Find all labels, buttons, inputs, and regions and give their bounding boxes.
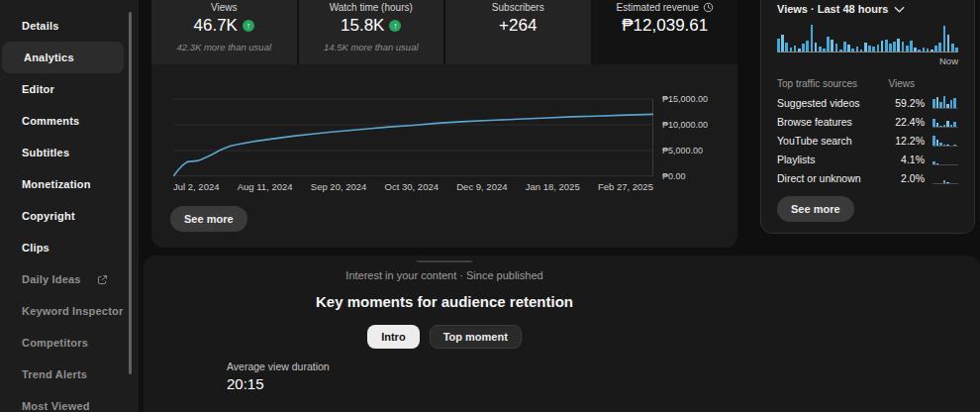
sidebar-item-copyright[interactable]: Copyright xyxy=(0,200,124,232)
metric-value: +264 xyxy=(499,16,537,36)
realtime-bar xyxy=(831,40,833,52)
sidebar-item-monetization[interactable]: Monetization xyxy=(0,168,124,200)
interest-subtitle: Interest in your content · Since publish… xyxy=(151,269,737,281)
traffic-views-column-header: Views xyxy=(889,78,916,89)
sparkline-bar xyxy=(946,104,949,108)
traffic-source-row-suggested-videos[interactable]: Suggested videos59.2% xyxy=(777,93,958,112)
traffic-source-sparkline xyxy=(932,171,958,184)
realtime-bar-chart xyxy=(777,24,958,52)
sparkline-bar xyxy=(936,140,939,146)
sidebar-item-details[interactable]: Details xyxy=(0,10,124,42)
traffic-source-row-youtube-search[interactable]: YouTube search12.2% xyxy=(777,131,958,150)
realtime-bar xyxy=(790,48,793,52)
realtime-bar xyxy=(889,44,892,52)
sidebar-item-editor[interactable]: Editor xyxy=(0,73,124,105)
realtime-bar xyxy=(951,44,954,52)
sidebar-item-label: Details xyxy=(22,20,58,32)
realtime-bar xyxy=(798,49,801,52)
sidebar-item-label: Editor xyxy=(22,83,54,95)
realtime-bar xyxy=(856,47,859,52)
sparkline-bar xyxy=(932,99,935,108)
x-tick-label: Oct 30, 2024 xyxy=(385,181,439,192)
realtime-bar xyxy=(827,37,830,52)
retention-title: Key moments for audience retention xyxy=(151,293,737,310)
traffic-source-sparkline xyxy=(932,153,958,165)
metric-note: 14.5K more than usual xyxy=(299,42,444,52)
traffic-source-label: Direct or unknown xyxy=(777,172,887,184)
realtime-bar xyxy=(868,46,871,52)
realtime-bar xyxy=(823,49,826,52)
y-tick-label: ₱5,000.00 xyxy=(662,146,703,155)
metric-label: Views xyxy=(211,2,238,13)
external-link-icon xyxy=(97,274,108,285)
sparkline-bar xyxy=(946,121,949,127)
metric-tabs: Views46.7K↑42.3K more than usualWatch ti… xyxy=(151,0,737,64)
sidebar-item-most-viewed[interactable]: Most Viewed xyxy=(0,390,124,412)
metric-tab-views[interactable]: Views46.7K↑42.3K more than usual xyxy=(151,0,299,64)
traffic-source-percentage: 22.4% xyxy=(887,116,925,128)
sparkline-bar xyxy=(950,100,953,108)
realtime-bar xyxy=(877,45,880,52)
metric-label: Subscribers xyxy=(492,2,544,13)
avg-view-duration-label: Average view duration xyxy=(227,360,330,372)
realtime-bar xyxy=(918,50,921,52)
realtime-bar xyxy=(819,47,822,52)
key-moment-chip-top-moment[interactable]: Top moment xyxy=(430,325,522,349)
y-axis-labels: ₱15,000.00₱10,000.00₱5,000.00₱0.00 xyxy=(662,95,732,176)
sparkline-bar xyxy=(946,145,949,146)
sparkline-bar xyxy=(943,125,946,127)
x-tick-label: Sep 20, 2024 xyxy=(311,181,367,192)
traffic-sources-list: Suggested videos59.2%Browse features22.4… xyxy=(777,93,958,187)
realtime-bar xyxy=(860,50,863,52)
traffic-source-sparkline xyxy=(932,115,958,128)
x-tick-label: Aug 11, 2024 xyxy=(238,181,293,192)
realtime-metric-selector[interactable]: Views · Last 48 hours xyxy=(777,3,958,15)
sparkline-bar xyxy=(936,163,939,164)
realtime-bar xyxy=(934,46,937,52)
realtime-bar xyxy=(927,49,930,52)
traffic-source-row-direct-or-unknown[interactable]: Direct or unknown2.0% xyxy=(777,168,958,187)
sparkline-bar xyxy=(946,182,949,183)
metric-label: Watch time (hours) xyxy=(330,2,413,13)
realtime-bar xyxy=(902,42,905,52)
realtime-bar xyxy=(893,42,896,52)
metric-tab-estimated-revenue[interactable]: Estimated revenue₱12,039.61 xyxy=(593,0,738,64)
traffic-source-row-playlists[interactable]: Playlists4.1% xyxy=(777,150,958,168)
key-moment-chips: IntroTop moment xyxy=(151,325,737,349)
sidebar-item-label: Most Viewed xyxy=(22,400,90,412)
sidebar-item-competitors[interactable]: Competitors xyxy=(0,327,124,359)
see-more-button[interactable]: See more xyxy=(170,206,247,232)
traffic-source-label: Browse features xyxy=(777,116,887,128)
sidebar-scrollbar[interactable] xyxy=(129,12,132,374)
traffic-source-percentage: 4.1% xyxy=(887,154,925,165)
realtime-bar xyxy=(881,41,884,52)
sidebar-item-subtitles[interactable]: Subtitles xyxy=(0,137,124,168)
sidebar-item-label: Copyright xyxy=(22,210,75,222)
realtime-bar xyxy=(815,43,818,52)
metric-value: 46.7K xyxy=(194,16,238,36)
metric-tab-watch-time-hours[interactable]: Watch time (hours)15.8K↑14.5K more than … xyxy=(299,0,446,64)
sidebar-item-comments[interactable]: Comments xyxy=(0,105,124,137)
realtime-bar xyxy=(906,46,909,52)
metric-tab-subscribers[interactable]: Subscribers+264 xyxy=(445,0,593,64)
sidebar-item-trend-alerts[interactable]: Trend Alerts xyxy=(0,359,124,390)
sidebar-item-analytics[interactable]: Analytics xyxy=(2,42,124,73)
realtime-bar xyxy=(794,46,797,52)
sparkline-bar xyxy=(943,145,946,146)
realtime-card: Views · Last 48 hours Now Top traffic so… xyxy=(760,0,975,234)
traffic-see-more-button[interactable]: See more xyxy=(777,196,854,222)
sidebar-item-daily-ideas[interactable]: Daily Ideas xyxy=(0,263,124,295)
traffic-source-row-browse-features[interactable]: Browse features22.4% xyxy=(777,112,958,131)
realtime-header-label: Views · Last 48 hours xyxy=(777,3,888,15)
main-content: Views46.7K↑42.3K more than usualWatch ti… xyxy=(139,0,980,412)
metric-label: Estimated revenue xyxy=(617,2,699,13)
traffic-sources-title: Top traffic sources xyxy=(777,78,857,89)
youtube-studio-analytics: DetailsAnalyticsEditorCommentsSubtitlesM… xyxy=(0,0,980,412)
key-moment-chip-intro[interactable]: Intro xyxy=(367,325,419,349)
sidebar-item-label: Trend Alerts xyxy=(22,368,87,380)
sidebar-nav: DetailsAnalyticsEditorCommentsSubtitlesM… xyxy=(0,0,139,412)
sidebar-item-keyword-inspector[interactable]: Keyword Inspector xyxy=(0,295,124,327)
traffic-sources-header: Top traffic sources Views xyxy=(777,78,958,89)
realtime-bar xyxy=(864,43,867,52)
sidebar-item-clips[interactable]: Clips xyxy=(0,232,124,263)
